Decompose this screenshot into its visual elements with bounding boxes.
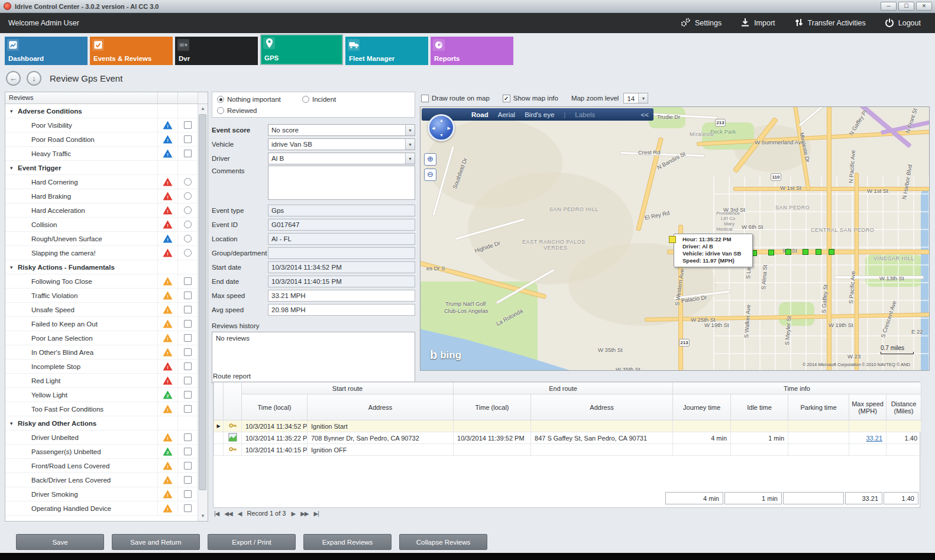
- map[interactable]: RoadAerialBird's eye|Labels<< ▲▶▼◀ ⊕ ⊖ H…: [420, 106, 930, 371]
- map-view-road[interactable]: Road: [471, 111, 488, 118]
- review-item-checkbox[interactable]: [184, 121, 192, 129]
- radio-icon[interactable]: [217, 107, 224, 114]
- avg-speed-field[interactable]: 20.98 MPH: [268, 304, 415, 316]
- route-marker[interactable]: [829, 249, 834, 255]
- route-row[interactable]: 10/3/2014 11:40:15 PMIgnition OFF: [214, 444, 921, 456]
- event-id-field[interactable]: G017647: [268, 219, 415, 231]
- review-item-radio[interactable]: [184, 178, 192, 186]
- settings-button[interactable]: Settings: [680, 18, 722, 29]
- collapse-down-button[interactable]: ↓: [27, 71, 41, 86]
- vehicle-select[interactable]: idrive Van SB▼: [268, 138, 415, 150]
- maximize-button[interactable]: ☐: [898, 2, 914, 11]
- tab-dashboard[interactable]: Dashboard: [5, 37, 88, 65]
- column-header-address[interactable]: Address: [308, 394, 454, 420]
- save-button[interactable]: Save: [16, 534, 104, 550]
- status-radio-reviewed[interactable]: Reviewed: [217, 107, 257, 114]
- minimize-button[interactable]: ─: [881, 2, 897, 11]
- review-item-radio[interactable]: [184, 206, 192, 214]
- review-item-radio[interactable]: [184, 235, 192, 242]
- pager-next-icon[interactable]: ▶▶: [300, 510, 308, 517]
- map-compass-control[interactable]: ▲▶▼◀: [428, 114, 455, 141]
- route-marker[interactable]: [669, 236, 676, 243]
- map-view-labels[interactable]: Labels: [575, 111, 595, 118]
- column-header-journey-time[interactable]: Journey time: [673, 394, 731, 420]
- tab-reports[interactable]: Reports: [431, 37, 513, 65]
- pager-prev-icon[interactable]: ◀◀: [224, 510, 232, 517]
- route-marker[interactable]: [785, 249, 791, 255]
- review-item-radio[interactable]: [184, 192, 192, 200]
- zoom-out-button[interactable]: ⊖: [424, 169, 436, 181]
- review-item-checkbox[interactable]: [184, 476, 192, 484]
- start-date-field[interactable]: 10/3/2014 11:34:52 PM: [268, 261, 415, 273]
- review-item-radio[interactable]: [184, 249, 192, 257]
- transfer-activities-button[interactable]: Transfer Activities: [794, 18, 866, 29]
- review-item-checkbox[interactable]: [184, 150, 192, 157]
- map-view-aerial[interactable]: Aerial: [498, 111, 515, 118]
- zoom-in-button[interactable]: ⊕: [424, 153, 436, 166]
- review-item-checkbox[interactable]: [184, 292, 192, 299]
- collapse-caret-icon[interactable]: ▾: [10, 108, 18, 114]
- review-item-checkbox[interactable]: [184, 504, 192, 512]
- route-row[interactable]: 10/3/2014 11:35:22 PM708 Bynner Dr, San …: [214, 432, 921, 444]
- review-item-radio[interactable]: [184, 221, 192, 228]
- review-item-checkbox[interactable]: [184, 334, 192, 342]
- export-print-button[interactable]: Export / Print: [208, 534, 296, 550]
- reviews-scrollbar[interactable]: ▲ ▼: [198, 104, 208, 521]
- pager-prev-icon[interactable]: ◀: [238, 510, 242, 517]
- route-marker[interactable]: [803, 249, 808, 255]
- scrollbar-thumb[interactable]: [199, 114, 206, 490]
- tab-gps[interactable]: GPS: [260, 34, 343, 65]
- group-department-field[interactable]: [268, 247, 415, 259]
- end-date-field[interactable]: 10/3/2014 11:40:15 PM: [268, 276, 415, 287]
- close-button[interactable]: ✕: [916, 2, 932, 11]
- back-button[interactable]: ←: [6, 71, 21, 86]
- radio-icon[interactable]: [217, 96, 224, 103]
- map-view-bird-s-eye[interactable]: Bird's eye: [525, 111, 554, 118]
- collapse-caret-icon[interactable]: ▾: [10, 165, 18, 171]
- column-header-time-local[interactable]: Time (local): [242, 394, 308, 420]
- save-and-return-button[interactable]: Save and Return: [112, 534, 200, 550]
- max-speed-field[interactable]: 33.21 MPH: [268, 290, 415, 302]
- tab-fleet-manager[interactable]: Fleet Manager: [345, 37, 428, 65]
- pager-prev-icon[interactable]: |◀: [214, 510, 219, 517]
- column-header-max-speed-mph[interactable]: Max speed (MPH): [849, 394, 887, 420]
- review-item-checkbox[interactable]: [184, 490, 192, 498]
- status-radio-incident[interactable]: Incident: [302, 96, 336, 103]
- scroll-down-icon[interactable]: ▼: [198, 512, 208, 521]
- column-header-distance-miles[interactable]: Distance (Miles): [887, 394, 921, 420]
- review-item-checkbox[interactable]: [184, 405, 192, 413]
- pager-next-icon[interactable]: ▶: [291, 510, 295, 517]
- event-score-select[interactable]: No score▼: [268, 124, 415, 136]
- draw-route-checkbox[interactable]: [421, 95, 429, 102]
- review-item-checkbox[interactable]: [184, 448, 192, 455]
- review-item-checkbox[interactable]: [184, 462, 192, 470]
- column-header-idle-time[interactable]: Idle time: [731, 394, 788, 420]
- scroll-up-icon[interactable]: ▲: [198, 104, 208, 114]
- review-item-checkbox[interactable]: [184, 320, 192, 328]
- tab-dvr[interactable]: Dvr: [175, 37, 258, 65]
- column-header-time-local[interactable]: Time (local): [454, 394, 531, 420]
- radio-icon[interactable]: [302, 96, 309, 103]
- pager-next-icon[interactable]: ▶|: [314, 510, 319, 517]
- logout-button[interactable]: Logout: [885, 18, 921, 29]
- review-item-checkbox[interactable]: [184, 391, 192, 399]
- location-field[interactable]: Al - FL: [268, 233, 415, 245]
- show-map-info-checkbox[interactable]: ✓: [503, 95, 510, 102]
- tab-events-reviews[interactable]: Events & Reviews: [90, 37, 173, 65]
- event-type-field[interactable]: Gps: [268, 205, 415, 216]
- status-radio-nothing-important[interactable]: Nothing important: [217, 96, 281, 103]
- import-button[interactable]: Import: [740, 18, 775, 29]
- collapse-caret-icon[interactable]: ▾: [10, 420, 18, 426]
- review-item-checkbox[interactable]: [184, 277, 192, 285]
- review-item-checkbox[interactable]: [184, 135, 192, 143]
- review-item-checkbox[interactable]: [184, 433, 192, 441]
- collapse-caret-icon[interactable]: ▾: [10, 264, 18, 270]
- column-header-address[interactable]: Address: [531, 394, 673, 420]
- column-header-parking-time[interactable]: Parking time: [788, 394, 849, 420]
- comments-textarea[interactable]: [268, 166, 415, 200]
- review-item-checkbox[interactable]: [184, 348, 192, 356]
- review-item-checkbox[interactable]: [184, 362, 192, 370]
- viewbar-collapse-button[interactable]: <<: [641, 111, 649, 118]
- driver-select[interactable]: Al B▼: [268, 153, 415, 164]
- collapse-reviews-button[interactable]: Collapse Reviews: [399, 534, 487, 550]
